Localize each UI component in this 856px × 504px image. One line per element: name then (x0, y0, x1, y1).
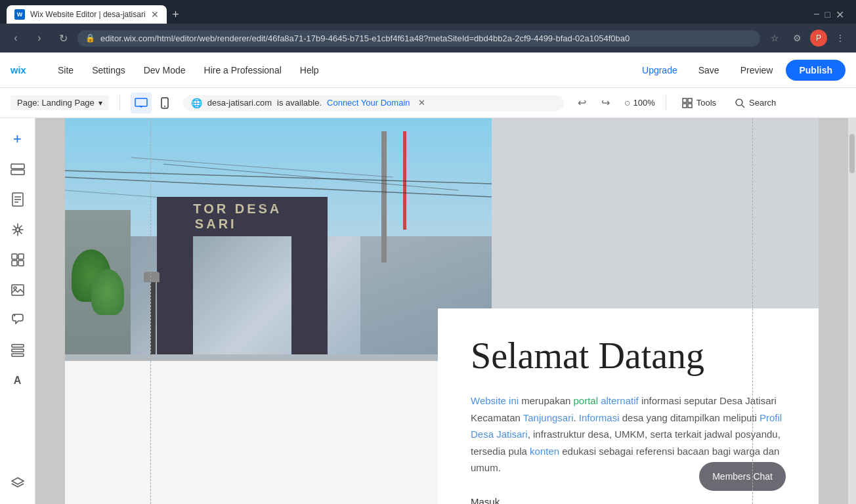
svg-rect-20 (18, 254, 24, 259)
svg-rect-6 (683, 98, 687, 102)
tab-title: Wix Website Editor | desa-jatisari (30, 10, 146, 19)
members-chat-button[interactable]: Members Chat (699, 462, 786, 491)
layers-tool[interactable] (5, 470, 31, 496)
text-portal: portal (573, 395, 601, 406)
svg-rect-27 (12, 354, 24, 356)
svg-line-28 (65, 171, 492, 184)
svg-rect-8 (683, 104, 687, 108)
save-button[interactable]: Save (691, 61, 727, 79)
page-selector[interactable]: Page: Landing Page ▾ (11, 95, 109, 110)
lamp-head (144, 272, 160, 282)
undo-redo: ↩ ↪ (572, 93, 616, 114)
domain-close-button[interactable]: ✕ (418, 98, 425, 108)
nav-site[interactable]: Site (50, 61, 81, 79)
maximize-button[interactable]: □ (825, 9, 830, 20)
welcome-title: Selamat Datang (471, 335, 786, 377)
svg-line-32 (65, 190, 328, 210)
svg-rect-7 (688, 98, 692, 102)
wix-logo: wix (11, 64, 37, 77)
canvas-wrapper: KANTOR DESA JATISARI (65, 118, 819, 504)
wires-svg (65, 118, 492, 249)
profile-avatar[interactable]: P (810, 30, 827, 47)
sections-tool[interactable] (5, 156, 31, 182)
wix-actions: Upgrade Save Preview Publish (634, 60, 845, 81)
tools-button[interactable]: Tools (677, 95, 721, 111)
wix-secondary-bar: Page: Landing Page ▾ 🌐 desa-jatisari.com… (0, 88, 856, 118)
redo-button[interactable]: ↪ (595, 93, 616, 114)
svg-rect-25 (12, 345, 24, 347)
svg-text:wix: wix (11, 65, 26, 75)
hero-image: KANTOR DESA JATISARI (65, 118, 492, 354)
address-bar[interactable]: 🔒 editor.wix.com/html/editor/web/rendere… (77, 30, 760, 47)
url-text: editor.wix.com/html/editor/web/renderer/… (100, 33, 752, 43)
svg-point-5 (164, 106, 165, 107)
media-tool[interactable] (5, 277, 31, 303)
refresh-button[interactable]: ↻ (54, 29, 72, 47)
svg-line-31 (163, 164, 459, 190)
wix-nav: Site Settings Dev Mode Hire a Profession… (50, 61, 634, 79)
svg-rect-1 (135, 98, 147, 106)
domain-available-text: is available. (277, 98, 322, 108)
zoom-level: 100% (633, 98, 655, 108)
publish-button[interactable]: Publish (786, 60, 845, 81)
domain-name: desa-jatisari.com (207, 98, 272, 108)
tab-close-button[interactable]: ✕ (151, 9, 159, 20)
tree-2 (91, 269, 124, 315)
tab-favicon: W (14, 9, 25, 20)
blog-tool[interactable] (5, 307, 31, 333)
chevron-down-icon: ▾ (98, 98, 102, 108)
svg-rect-19 (12, 254, 17, 259)
upgrade-button[interactable]: Upgrade (634, 61, 685, 79)
mobile-view-button[interactable] (154, 93, 175, 114)
active-tab[interactable]: W Wix Website Editor | desa-jatisari ✕ (7, 5, 167, 24)
device-icons (131, 93, 175, 114)
search-label: Search (749, 98, 776, 108)
menu-icon[interactable]: ⋮ (831, 29, 849, 47)
svg-rect-22 (18, 261, 24, 266)
pages-tool[interactable] (5, 186, 31, 213)
svg-rect-21 (12, 261, 17, 266)
desktop-view-button[interactable] (131, 93, 152, 114)
apps-tool[interactable] (5, 247, 31, 273)
separator-2 (666, 95, 666, 111)
scrollbar-thumb (849, 134, 855, 173)
add-element-tool[interactable]: + (5, 126, 31, 152)
bookmark-icon[interactable]: ☆ (765, 29, 784, 47)
forward-button[interactable]: › (30, 29, 49, 47)
close-window-button[interactable]: ✕ (836, 9, 844, 21)
back-button[interactable]: ‹ (7, 29, 25, 47)
undo-button[interactable]: ↩ (572, 93, 593, 114)
new-tab-button[interactable]: + (167, 5, 185, 24)
minimize-button[interactable]: − (813, 9, 819, 20)
lamp-post (150, 276, 156, 354)
browser-toolbar: ‹ › ↻ 🔒 editor.wix.com/html/editor/web/r… (0, 24, 856, 52)
browser-tabs: W Wix Website Editor | desa-jatisari ✕ +… (0, 0, 856, 24)
svg-line-11 (742, 105, 744, 108)
right-scrollbar[interactable] (848, 118, 856, 504)
toolbar-icons: ☆ ⚙ P ⋮ (765, 29, 849, 47)
nav-help[interactable]: Help (292, 61, 327, 79)
extensions-icon[interactable]: ⚙ (788, 29, 806, 47)
lock-icon: 🔒 (85, 33, 95, 43)
nav-dev-mode[interactable]: Dev Mode (136, 61, 194, 79)
masuk-button[interactable]: Masuk (471, 496, 786, 505)
search-button[interactable]: Search (729, 95, 781, 111)
globe-icon: 🌐 (191, 98, 202, 108)
zoom-control[interactable]: ○ 100% (624, 97, 655, 109)
preview-button[interactable]: Preview (733, 61, 781, 79)
theme-tool[interactable] (5, 217, 31, 243)
svg-rect-13 (11, 170, 24, 175)
svg-line-29 (65, 177, 492, 197)
tools-label: Tools (696, 98, 716, 108)
left-sidebar: + A (0, 118, 35, 504)
nav-settings[interactable]: Settings (84, 61, 133, 79)
page-selector-text: Page: Landing Page (17, 98, 95, 108)
svg-rect-26 (12, 349, 24, 352)
text-website: Website ini (471, 395, 521, 406)
svg-rect-12 (11, 164, 24, 169)
data-tool[interactable] (5, 337, 31, 364)
connect-domain-link[interactable]: Connect Your Domain (327, 98, 410, 108)
app-market-tool[interactable]: A (5, 368, 31, 394)
editor-layout: + A (0, 118, 856, 504)
nav-hire-professional[interactable]: Hire a Professional (196, 61, 289, 79)
